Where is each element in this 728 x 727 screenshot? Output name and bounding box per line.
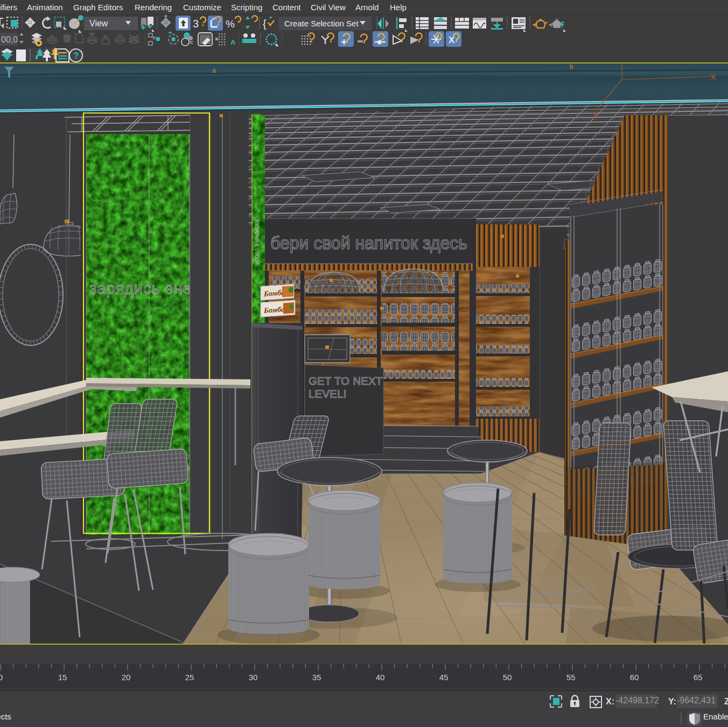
svg-text:Y: Y bbox=[592, 110, 597, 119]
svg-text:3: 3 bbox=[193, 18, 199, 30]
svg-text:LEVEL!: LEVEL! bbox=[309, 388, 347, 400]
svg-text:{: { bbox=[263, 18, 267, 30]
svg-text:GET TO NEXT: GET TO NEXT bbox=[309, 375, 383, 387]
svg-text:Бомба: Бомба bbox=[263, 288, 285, 298]
svg-text:X: X bbox=[449, 35, 455, 45]
svg-text:b: b bbox=[570, 63, 573, 70]
svg-text:00,0: 00,0 bbox=[1, 35, 18, 44]
svg-text:забирай с собой: забирай с собой bbox=[254, 220, 261, 265]
svg-text:Бомба: Бомба bbox=[263, 305, 285, 315]
svg-text:бери свой напиток здесь: бери свой напиток здесь bbox=[270, 232, 467, 253]
svg-text:X: X bbox=[711, 72, 716, 81]
svg-text:Create Selection Set: Create Selection Set bbox=[284, 19, 359, 28]
svg-text:?: ? bbox=[73, 51, 79, 61]
svg-text:View: View bbox=[89, 19, 108, 28]
svg-text:a: a bbox=[212, 67, 216, 74]
svg-text:A: A bbox=[230, 38, 236, 46]
svg-text:%: % bbox=[226, 18, 235, 30]
